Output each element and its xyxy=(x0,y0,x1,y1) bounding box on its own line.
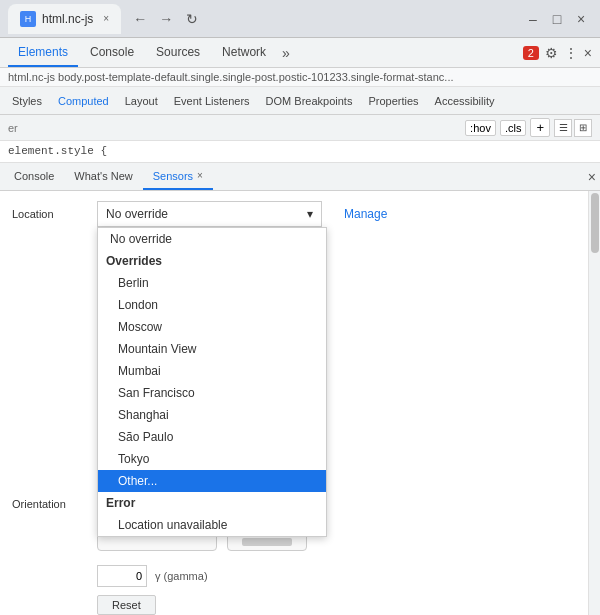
orientation-label: Orientation xyxy=(12,498,87,510)
bottom-tabs-bar: Console What's New Sensors × × xyxy=(0,163,600,191)
location-dropdown-value: No override xyxy=(106,207,168,221)
code-line: element.style { xyxy=(8,145,107,157)
error-badge: 2 xyxy=(523,46,539,60)
tab-event-listeners[interactable]: Event Listeners xyxy=(166,92,258,110)
gamma-input[interactable] xyxy=(97,565,147,587)
refresh-button[interactable]: ↻ xyxy=(181,8,203,30)
option-san-francisco[interactable]: San Francisco xyxy=(98,382,326,404)
option-mountain-view[interactable]: Mountain View xyxy=(98,338,326,360)
tab-sources[interactable]: Sources xyxy=(146,38,210,67)
tab-computed[interactable]: Computed xyxy=(50,92,117,110)
orientation-bar xyxy=(242,538,292,546)
browser-topbar: H html.nc-js × ← → ↻ – □ × xyxy=(0,0,600,38)
location-label: Location xyxy=(12,208,87,220)
manage-button[interactable]: Manage xyxy=(332,203,399,225)
add-style-button[interactable]: + xyxy=(530,118,550,137)
option-moscow[interactable]: Moscow xyxy=(98,316,326,338)
option-shanghai[interactable]: Shanghai xyxy=(98,404,326,426)
back-button[interactable]: ← xyxy=(129,8,151,30)
bottom-panel: Console What's New Sensors × × Location … xyxy=(0,163,600,615)
styles-bar: :hov .cls + ☰ ⊞ xyxy=(0,115,600,141)
right-scrollbar[interactable] xyxy=(588,191,600,615)
tab-accessibility[interactable]: Accessibility xyxy=(427,92,503,110)
tab-title: html.nc-js xyxy=(42,12,93,26)
reset-row: Reset xyxy=(97,595,588,615)
browser-navigation: ← → ↻ xyxy=(129,8,203,30)
dropdown-arrow-icon: ▾ xyxy=(307,207,313,221)
option-berlin[interactable]: Berlin xyxy=(98,272,326,294)
option-other[interactable]: Other... xyxy=(98,470,326,492)
close-devtools-button[interactable]: × xyxy=(584,45,592,61)
more-tabs-button[interactable]: » xyxy=(282,45,290,61)
sensors-tab-label: Sensors xyxy=(153,170,193,182)
tab-styles[interactable]: Styles xyxy=(4,92,50,110)
option-no-override[interactable]: No override xyxy=(98,228,326,250)
cls-button[interactable]: .cls xyxy=(500,120,527,136)
location-dropdown-wrapper: No override ▾ No override Overrides Berl… xyxy=(97,201,322,227)
minimize-button[interactable]: – xyxy=(522,8,544,30)
reset-button[interactable]: Reset xyxy=(97,595,156,615)
grid-view-button[interactable]: ⊞ xyxy=(574,119,592,137)
section-overrides: Overrides xyxy=(98,250,326,272)
browser-tab[interactable]: H html.nc-js × xyxy=(8,4,121,34)
option-tokyo[interactable]: Tokyo xyxy=(98,448,326,470)
tab-layout[interactable]: Layout xyxy=(117,92,166,110)
sensors-content: Location No override ▾ No override Overr… xyxy=(0,191,600,615)
option-location-unavailable[interactable]: Location unavailable xyxy=(98,514,326,536)
option-sao-paulo[interactable]: São Paulo xyxy=(98,426,326,448)
scrollbar-thumb xyxy=(591,193,599,253)
option-london[interactable]: London xyxy=(98,294,326,316)
gamma-label: γ (gamma) xyxy=(155,570,208,582)
code-area: element.style { xyxy=(0,141,600,163)
filter-input[interactable] xyxy=(8,122,457,134)
location-row: Location No override ▾ No override Overr… xyxy=(12,201,588,227)
tab-favicon: H xyxy=(20,11,36,27)
tab-whats-new[interactable]: What's New xyxy=(64,163,142,190)
tab-sensors[interactable]: Sensors × xyxy=(143,163,213,190)
view-toggle-buttons: ☰ ⊞ xyxy=(554,119,592,137)
section-error: Error xyxy=(98,492,326,514)
devtools-topbar: Elements Console Sources Network » 2 ⚙ ⋮… xyxy=(0,38,600,68)
list-view-button[interactable]: ☰ xyxy=(554,119,572,137)
breadcrumb: html.nc-js body.post-template-default.si… xyxy=(0,68,600,87)
gamma-row: γ (gamma) xyxy=(97,565,588,587)
location-dropdown-list: No override Overrides Berlin London Mosc… xyxy=(97,227,327,537)
tab-console[interactable]: Console xyxy=(80,38,144,67)
more-options-icon[interactable]: ⋮ xyxy=(564,45,578,61)
devtools-topbar-right: 2 ⚙ ⋮ × xyxy=(523,45,592,61)
settings-icon[interactable]: ⚙ xyxy=(545,45,558,61)
option-mumbai[interactable]: Mumbai xyxy=(98,360,326,382)
devtools-nav: Styles Computed Layout Event Listeners D… xyxy=(0,87,600,115)
tab-elements[interactable]: Elements xyxy=(8,38,78,67)
sensors-tab-close[interactable]: × xyxy=(197,170,203,181)
maximize-button[interactable]: □ xyxy=(546,8,568,30)
hov-button[interactable]: :hov xyxy=(465,120,496,136)
styles-bar-right: :hov .cls + ☰ ⊞ xyxy=(465,118,592,137)
tab-properties[interactable]: Properties xyxy=(360,92,426,110)
close-bottom-panel-button[interactable]: × xyxy=(588,169,596,185)
tab-close-button[interactable]: × xyxy=(103,13,109,24)
forward-button[interactable]: → xyxy=(155,8,177,30)
tab-dom-breakpoints[interactable]: DOM Breakpoints xyxy=(258,92,361,110)
tab-network[interactable]: Network xyxy=(212,38,276,67)
location-dropdown[interactable]: No override ▾ xyxy=(97,201,322,227)
devtools-panel: Elements Console Sources Network » 2 ⚙ ⋮… xyxy=(0,38,600,615)
tab-console-bottom[interactable]: Console xyxy=(4,163,64,190)
close-window-button[interactable]: × xyxy=(570,8,592,30)
window-controls: – □ × xyxy=(522,8,592,30)
